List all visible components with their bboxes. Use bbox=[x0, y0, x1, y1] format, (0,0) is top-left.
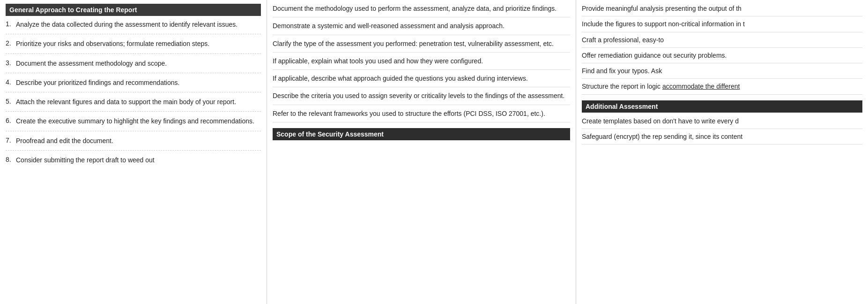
col3-before: Provide meaningful analysis presenting t… bbox=[582, 4, 862, 95]
additional-header: Additional Assessment bbox=[582, 100, 862, 113]
item-text: Consider submitting the report draft to … bbox=[16, 155, 261, 165]
list-item: 2.Prioritize your risks and observations… bbox=[6, 39, 261, 53]
methodology-item: Demonstrate a systemic and well-reasoned… bbox=[273, 17, 570, 35]
item-number: 5. bbox=[6, 97, 16, 106]
list-item: 7.Proofread and edit the document. bbox=[6, 136, 261, 151]
item-number: 6. bbox=[6, 116, 16, 126]
methodology-item: Refer to the relevant frameworks you use… bbox=[273, 105, 570, 122]
item-text: Analyze the data collected during the as… bbox=[16, 20, 261, 29]
item-number: 2. bbox=[6, 39, 16, 48]
item-text: Describe your prioritized findings and r… bbox=[16, 78, 261, 87]
list-item: 8.Consider submitting the report draft t… bbox=[6, 155, 261, 165]
methodology-item: Describe the criteria you used to assign… bbox=[273, 87, 570, 105]
item-number: 4. bbox=[6, 78, 16, 87]
list-item: 6.Create the executive summary to highli… bbox=[6, 116, 261, 131]
scope-header: Scope of the Security Assessment bbox=[273, 128, 570, 140]
right-item: Provide meaningful analysis presenting t… bbox=[582, 4, 862, 16]
column-1: General Approach to Creating the Report … bbox=[0, 0, 267, 304]
column-2: Document the methodology used to perform… bbox=[267, 0, 576, 304]
item-number: 8. bbox=[6, 155, 16, 165]
item-text: Prioritize your risks and observations; … bbox=[16, 39, 261, 48]
methodology-item: Clarify the type of the assessment you p… bbox=[273, 35, 570, 53]
right-item: Offer remediation guidance out security … bbox=[582, 48, 862, 63]
col3-after: Create templates based on don't have to … bbox=[582, 116, 862, 145]
list-item: 4.Describe your prioritized findings and… bbox=[6, 78, 261, 92]
item-number: 3. bbox=[6, 59, 16, 68]
col1-header: General Approach to Creating the Report bbox=[6, 4, 261, 16]
right-item-after: Create templates based on don't have to … bbox=[582, 116, 862, 129]
item-text: Create the executive summary to highligh… bbox=[16, 116, 261, 126]
list-item: 1.Analyze the data collected during the … bbox=[6, 20, 261, 34]
right-item: Craft a professional, easy-to bbox=[582, 32, 862, 48]
item-number: 7. bbox=[6, 136, 16, 145]
methodology-item: Document the methodology used to perform… bbox=[273, 4, 570, 17]
right-item: Structure the report in logic accommodat… bbox=[582, 79, 862, 94]
right-item-after: Safeguard (encrypt) the rep sending it, … bbox=[582, 129, 862, 144]
item-number: 1. bbox=[6, 20, 16, 29]
underlined-text: accommodate the different bbox=[662, 83, 740, 90]
item-text: Attach the relevant figures and data to … bbox=[16, 97, 261, 106]
col1-list: 1.Analyze the data collected during the … bbox=[6, 20, 261, 165]
item-text: Proofread and edit the document. bbox=[16, 136, 261, 145]
col2-methodology: Document the methodology used to perform… bbox=[273, 4, 570, 122]
item-text: Document the assessment methodology and … bbox=[16, 59, 261, 68]
methodology-item: If applicable, describe what approach gu… bbox=[273, 70, 570, 87]
column-3: Provide meaningful analysis presenting t… bbox=[576, 0, 868, 304]
right-item: Include the figures to support non-criti… bbox=[582, 16, 862, 32]
list-item: 5.Attach the relevant figures and data t… bbox=[6, 97, 261, 112]
page-container: General Approach to Creating the Report … bbox=[0, 0, 868, 304]
list-item: 3.Document the assessment methodology an… bbox=[6, 59, 261, 73]
right-item: Find and fix your typos. Ask bbox=[582, 63, 862, 79]
methodology-item: If applicable, explain what tools you us… bbox=[273, 53, 570, 70]
